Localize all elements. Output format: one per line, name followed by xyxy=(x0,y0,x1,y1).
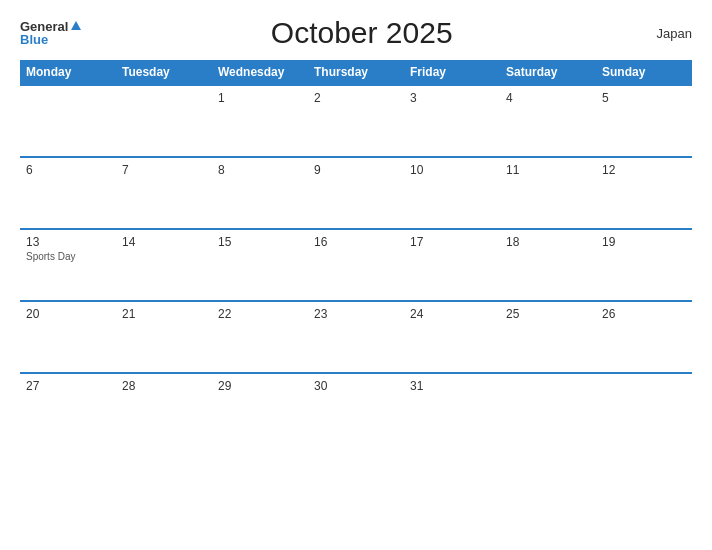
day-number: 14 xyxy=(122,235,206,249)
day-number: 17 xyxy=(410,235,494,249)
week-row-3: 13Sports Day141516171819 xyxy=(20,229,692,301)
calendar-cell: 12 xyxy=(596,157,692,229)
calendar-cell: 10 xyxy=(404,157,500,229)
country-label: Japan xyxy=(642,26,692,41)
calendar-cell xyxy=(20,85,116,157)
day-number: 28 xyxy=(122,379,206,393)
day-number: 12 xyxy=(602,163,686,177)
calendar-cell: 19 xyxy=(596,229,692,301)
day-header-saturday: Saturday xyxy=(500,60,596,85)
calendar-cell: 27 xyxy=(20,373,116,445)
day-number: 1 xyxy=(218,91,302,105)
holiday-name: Sports Day xyxy=(26,251,110,262)
day-number: 13 xyxy=(26,235,110,249)
day-header-wednesday: Wednesday xyxy=(212,60,308,85)
day-header-monday: Monday xyxy=(20,60,116,85)
calendar-cell: 5 xyxy=(596,85,692,157)
calendar-cell: 24 xyxy=(404,301,500,373)
day-number: 22 xyxy=(218,307,302,321)
day-number: 2 xyxy=(314,91,398,105)
calendar-cell: 31 xyxy=(404,373,500,445)
week-row-5: 2728293031 xyxy=(20,373,692,445)
calendar-cell: 25 xyxy=(500,301,596,373)
calendar-cell: 4 xyxy=(500,85,596,157)
day-number: 21 xyxy=(122,307,206,321)
day-number: 6 xyxy=(26,163,110,177)
day-number: 23 xyxy=(314,307,398,321)
logo-triangle-icon xyxy=(71,21,81,30)
day-number: 9 xyxy=(314,163,398,177)
day-number: 18 xyxy=(506,235,590,249)
day-number: 4 xyxy=(506,91,590,105)
calendar-cell: 16 xyxy=(308,229,404,301)
calendar-cell: 7 xyxy=(116,157,212,229)
calendar-cell: 18 xyxy=(500,229,596,301)
day-header-thursday: Thursday xyxy=(308,60,404,85)
day-header-friday: Friday xyxy=(404,60,500,85)
day-number: 10 xyxy=(410,163,494,177)
calendar-cell: 6 xyxy=(20,157,116,229)
day-number: 11 xyxy=(506,163,590,177)
calendar-cell: 30 xyxy=(308,373,404,445)
day-number: 25 xyxy=(506,307,590,321)
calendar-cell: 29 xyxy=(212,373,308,445)
day-number: 27 xyxy=(26,379,110,393)
calendar-cell: 1 xyxy=(212,85,308,157)
day-number: 20 xyxy=(26,307,110,321)
calendar-header: General Blue October 2025 Japan xyxy=(20,16,692,50)
calendar-cell: 15 xyxy=(212,229,308,301)
calendar-table: MondayTuesdayWednesdayThursdayFridaySatu… xyxy=(20,60,692,445)
calendar-cell: 17 xyxy=(404,229,500,301)
day-number: 29 xyxy=(218,379,302,393)
calendar-cell xyxy=(116,85,212,157)
calendar-cell: 23 xyxy=(308,301,404,373)
calendar-cell xyxy=(596,373,692,445)
logo: General Blue xyxy=(20,20,81,46)
day-header-tuesday: Tuesday xyxy=(116,60,212,85)
logo-blue-text: Blue xyxy=(20,33,48,46)
calendar-title: October 2025 xyxy=(81,16,642,50)
day-number: 7 xyxy=(122,163,206,177)
calendar-cell: 22 xyxy=(212,301,308,373)
calendar-cell: 26 xyxy=(596,301,692,373)
calendar-cell: 21 xyxy=(116,301,212,373)
day-number: 5 xyxy=(602,91,686,105)
week-row-4: 20212223242526 xyxy=(20,301,692,373)
calendar-cell: 14 xyxy=(116,229,212,301)
day-number: 26 xyxy=(602,307,686,321)
day-number: 15 xyxy=(218,235,302,249)
day-number: 24 xyxy=(410,307,494,321)
calendar-cell: 2 xyxy=(308,85,404,157)
calendar-cell: 20 xyxy=(20,301,116,373)
calendar-cell: 3 xyxy=(404,85,500,157)
calendar-page: General Blue October 2025 Japan MondayTu… xyxy=(0,0,712,550)
day-header-sunday: Sunday xyxy=(596,60,692,85)
day-number: 30 xyxy=(314,379,398,393)
calendar-cell xyxy=(500,373,596,445)
days-header-row: MondayTuesdayWednesdayThursdayFridaySatu… xyxy=(20,60,692,85)
calendar-cell: 28 xyxy=(116,373,212,445)
day-number: 3 xyxy=(410,91,494,105)
day-number: 16 xyxy=(314,235,398,249)
calendar-cell: 9 xyxy=(308,157,404,229)
day-number: 19 xyxy=(602,235,686,249)
day-number: 8 xyxy=(218,163,302,177)
calendar-cell: 8 xyxy=(212,157,308,229)
week-row-2: 6789101112 xyxy=(20,157,692,229)
calendar-cell: 13Sports Day xyxy=(20,229,116,301)
day-number: 31 xyxy=(410,379,494,393)
week-row-1: 12345 xyxy=(20,85,692,157)
calendar-cell: 11 xyxy=(500,157,596,229)
